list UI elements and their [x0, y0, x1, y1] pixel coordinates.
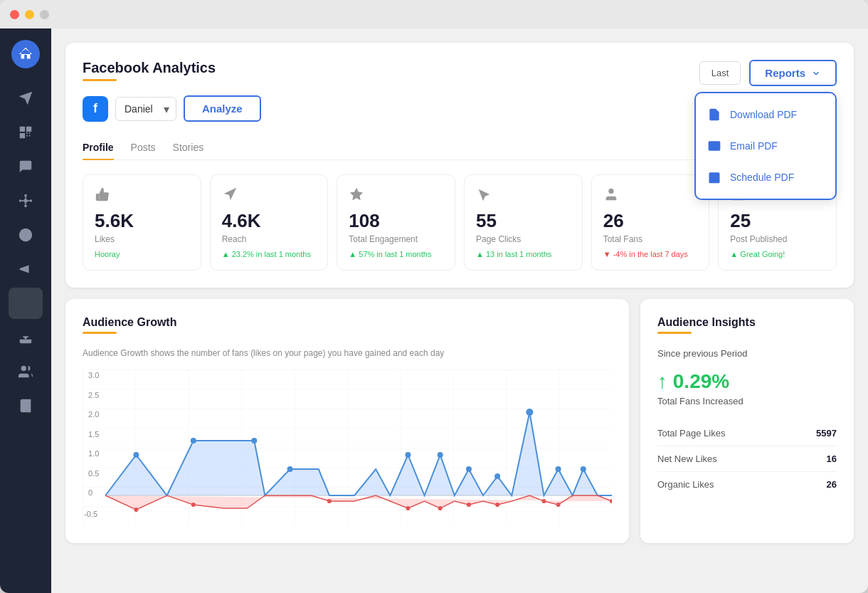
svg-text:1.5: 1.5: [88, 430, 99, 439]
analyze-button[interactable]: Analyze: [184, 95, 261, 122]
sidebar-item-network[interactable]: [9, 185, 43, 216]
schedule-icon: [707, 170, 721, 184]
svg-point-36: [405, 452, 411, 458]
insights-underline: [657, 332, 692, 334]
svg-point-4: [24, 205, 27, 208]
svg-point-37: [438, 452, 443, 458]
reach-value: 4.6K: [222, 211, 317, 231]
svg-point-0: [23, 199, 28, 203]
net-likes-value: 16: [827, 453, 837, 464]
svg-text:0.5: 0.5: [88, 469, 99, 478]
svg-point-34: [251, 438, 257, 444]
svg-text:-0.5: -0.5: [84, 510, 97, 518]
download-pdf-item[interactable]: Download PDF: [696, 99, 835, 130]
organic-likes-key: Organic Likes: [657, 479, 714, 490]
account-selector: f Daniel Analyze: [83, 95, 261, 122]
svg-text:2.0: 2.0: [88, 410, 99, 419]
svg-text:1.0: 1.0: [88, 449, 99, 458]
metric-clicks: 55 Page Clicks ▲ 13 in last 1 months: [464, 174, 583, 271]
svg-point-19: [608, 189, 613, 194]
svg-point-12: [21, 366, 26, 371]
svg-point-44: [134, 508, 138, 512]
schedule-pdf-item[interactable]: Schedule PDF: [696, 162, 835, 193]
svg-point-33: [191, 438, 196, 444]
account-dropdown[interactable]: Daniel: [115, 97, 176, 121]
insights-row-organic-likes: Organic Likes 26: [657, 472, 837, 497]
sidebar-item-target[interactable]: [9, 219, 43, 251]
sidebar-item-chat[interactable]: [9, 151, 43, 182]
audience-underline: [83, 332, 117, 334]
likes-change: Hooray: [95, 250, 189, 258]
sidebar-item-library[interactable]: [9, 390, 43, 421]
minimize-button[interactable]: [25, 10, 34, 19]
insights-row-net-likes: Net New Likes 16: [657, 446, 837, 472]
tab-posts[interactable]: Posts: [131, 136, 156, 160]
sidebar-item-audience[interactable]: [9, 356, 43, 387]
close-button[interactable]: [10, 10, 19, 19]
svg-point-35: [287, 466, 293, 472]
svg-rect-14: [709, 172, 720, 183]
reports-button[interactable]: Reports: [749, 60, 837, 86]
svg-point-41: [556, 466, 561, 472]
tab-stories[interactable]: Stories: [173, 136, 204, 160]
titlebar: [0, 0, 868, 28]
posts-value: 25: [730, 211, 825, 231]
star-icon: [349, 187, 443, 205]
insights-percentage: ↑ 0.29%: [657, 370, 837, 393]
chart-area: 3.0 2.5 2.0 1.5 1.0 0.5 0 -0.5: [83, 369, 612, 526]
sidebar-item-download[interactable]: [9, 322, 43, 353]
engagement-label: Total Engagement: [349, 234, 443, 244]
svg-point-3: [24, 194, 27, 197]
svg-point-52: [556, 503, 561, 507]
reports-dropdown: Download PDF Email PDF Schedule PDF: [694, 92, 837, 200]
logo[interactable]: [11, 40, 40, 68]
svg-point-48: [438, 506, 443, 510]
audience-growth-title: Audience Growth: [83, 316, 612, 329]
last-period-button[interactable]: Last: [699, 61, 741, 85]
engagement-value: 108: [349, 211, 443, 231]
svg-point-47: [406, 506, 410, 510]
svg-point-40: [526, 409, 533, 416]
audience-chart: 3.0 2.5 2.0 1.5 1.0 0.5 0 -0.5: [83, 369, 612, 526]
organic-likes-value: 26: [827, 479, 837, 490]
posts-change: ▲ Great Going!: [730, 250, 825, 258]
sidebar-item-send[interactable]: [9, 83, 43, 114]
facebook-icon: f: [83, 96, 108, 122]
email-icon: [707, 139, 721, 153]
metric-likes: 5.6K Likes Hooray: [83, 174, 201, 271]
clicks-label: Page Clicks: [476, 234, 571, 244]
account-dropdown-wrapper: Daniel: [115, 97, 176, 121]
sidebar-item-dashboard[interactable]: [9, 117, 43, 148]
bottom-row: Audience Growth Audience Growth shows th…: [65, 299, 854, 543]
analytics-title: Facebook Analytics: [83, 60, 216, 76]
email-pdf-item[interactable]: Email PDF: [696, 130, 835, 162]
title-underline: [83, 79, 117, 81]
chevron-down-icon: [811, 68, 821, 78]
header-right: Last Reports Download PDF: [699, 60, 837, 86]
fans-value: 26: [603, 211, 698, 231]
svg-point-45: [191, 503, 196, 507]
main-content: Facebook Analytics Last Reports: [51, 28, 868, 593]
cursor-icon: [476, 187, 571, 205]
total-likes-key: Total Page Likes: [657, 428, 725, 439]
sidebar-item-megaphone[interactable]: [9, 253, 43, 285]
net-likes-key: Net New Likes: [657, 453, 717, 464]
metric-fans: 26 Total Fans ▼ -4% in the last 7 days: [591, 174, 710, 271]
thumbs-up-icon: [95, 187, 189, 205]
reach-icon: [222, 187, 317, 205]
insights-row-total-likes: Total Page Likes 5597: [657, 421, 837, 446]
svg-point-11: [24, 233, 27, 236]
sidebar: [0, 28, 51, 593]
app-window: Facebook Analytics Last Reports: [0, 0, 868, 593]
posts-label: Post Published: [730, 234, 825, 244]
pdf-download-icon: [707, 107, 721, 122]
audience-insights-card: Audience Insights Since previous Period …: [640, 299, 854, 543]
svg-point-46: [327, 499, 332, 503]
sidebar-item-analytics[interactable]: [9, 288, 43, 319]
tab-profile[interactable]: Profile: [83, 136, 114, 160]
svg-point-32: [133, 452, 139, 458]
insights-table: Total Page Likes 5597 Net New Likes 16 O…: [657, 421, 837, 497]
likes-label: Likes: [95, 234, 189, 244]
maximize-button[interactable]: [40, 10, 49, 19]
svg-point-42: [581, 466, 586, 472]
